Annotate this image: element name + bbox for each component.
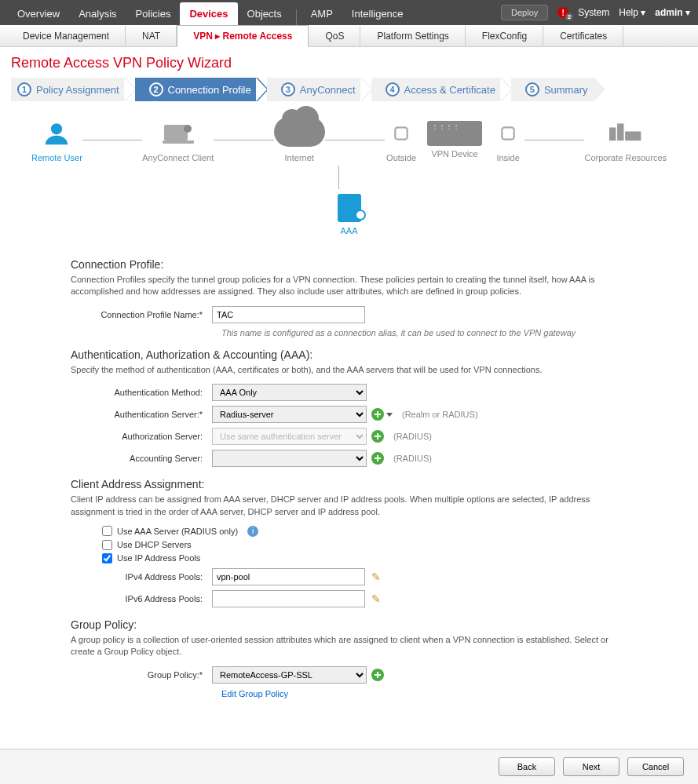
subnav-nat[interactable]: NAT [126,26,177,46]
tab-amp[interactable]: AMP [301,2,342,25]
aaa-heading: Authentication, Authorization & Accounti… [71,348,627,361]
gp-select[interactable]: RemoteAccess-GP-SSL [212,666,367,684]
ipv4-pools-input[interactable] [212,568,365,585]
auth-server-select[interactable]: Radius-server [212,406,367,423]
step-policy-assignment[interactable]: 1Policy Assignment [11,78,126,101]
nav-divider [296,9,297,25]
alert-icon[interactable]: !2 [557,7,568,18]
tab-devices[interactable]: Devices [180,2,237,25]
edit-ipv6-icon[interactable] [371,593,384,605]
auth-server-label: Authentication Server:* [71,410,212,419]
svg-rect-2 [163,140,194,144]
tab-objects[interactable]: Objects [238,2,291,25]
page-title: Remote Access VPN Policy Wizard [0,47,698,78]
step-connection-profile[interactable]: 2Connection Profile [135,78,258,101]
ipv4-pools-label: IPv4 Address Pools: [99,572,212,582]
cb-use-aaa-label: Use AAA Server (RADIUS only) [117,527,238,536]
step-anyconnect[interactable]: 3AnyConnect [267,78,362,101]
system-link[interactable]: System [578,7,609,18]
add-gp-icon[interactable] [371,669,384,681]
sub-nav: Device Management NAT VPN ▸ Remote Acces… [0,25,698,47]
subnav-platform[interactable]: Platform Settings [360,26,465,46]
client-addr-heading: Client Address Assignment: [71,478,627,490]
ipv6-pools-label: IPv6 Address Pools: [99,594,212,603]
add-auth-server-icon[interactable] [371,408,384,421]
node-corp: Corporate Resources [584,117,667,162]
authz-hint: (RADIUS) [393,432,432,441]
wizard-steps: 1Policy Assignment 2Connection Profile 3… [0,78,698,101]
conn-profile-name-input[interactable] [212,306,365,323]
client-addr-desc: Client IP address can be assigned from A… [71,494,627,518]
tab-policies[interactable]: Policies [126,2,181,25]
acct-hint: (RADIUS) [393,454,432,463]
authz-server-label: Authorization Server: [71,432,212,441]
aaa-desc: Specify the method of authentication (AA… [71,364,627,376]
cb-use-dhcp-label: Use DHCP Servers [117,540,192,549]
gp-desc: A group policy is a collection of user-o… [71,634,627,658]
tab-intel[interactable]: Intelligence [342,2,413,25]
user-menu[interactable]: admin ▾ [655,7,690,18]
cb-use-pools[interactable] [102,553,112,563]
node-internet: Internet [274,117,325,162]
cb-use-pools-label: Use IP Address Pools [117,553,200,563]
gp-heading: Group Policy: [71,618,627,631]
node-remote-user: Remote User [31,117,82,162]
top-nav: Overview Analysis Policies Devices Objec… [0,0,698,25]
help-menu[interactable]: Help ▾ [619,7,645,18]
acct-server-select[interactable] [212,450,367,467]
step-summary[interactable]: 5Summary [511,78,594,101]
info-icon[interactable]: i [247,526,258,537]
conn-profile-desc: Connection Profiles specify the tunnel g… [71,274,627,298]
node-vpn-device: VPN Device [427,121,482,159]
conn-profile-name-label: Connection Profile Name:* [71,310,212,319]
gp-label: Group Policy:* [71,670,212,680]
chevron-down-icon[interactable] [386,413,393,417]
node-aaa: AAA [0,189,698,247]
tab-analysis[interactable]: Analysis [69,2,126,25]
conn-profile-hint: This name is configured as a connection … [221,328,627,337]
subnav-device-mgmt[interactable]: Device Management [6,26,126,46]
node-inside: Inside [492,117,524,162]
add-authz-server-icon[interactable] [371,430,384,443]
edit-ipv4-icon[interactable] [371,571,384,583]
acct-server-label: Accounting Server: [71,454,212,463]
auth-server-hint: (Realm or RADIUS) [402,410,478,419]
deploy-button[interactable]: Deploy [501,5,548,20]
topology-diagram: Remote User AnyConnect Client Internet O… [0,101,698,170]
tab-overview[interactable]: Overview [8,2,69,25]
auth-method-label: Authentication Method: [71,388,212,397]
add-acct-server-icon[interactable] [371,452,384,465]
node-anyconnect: AnyConnect Client [142,117,214,162]
svg-rect-4 [395,127,407,139]
subnav-vpn-remote[interactable]: VPN ▸ Remote Access [177,25,309,47]
svg-rect-6 [609,127,616,140]
auth-method-select[interactable]: AAA Only [212,384,367,401]
subnav-certs[interactable]: Certificates [543,26,623,46]
cb-use-aaa[interactable] [102,526,112,536]
subnav-flexconfig[interactable]: FlexConfig [466,26,543,46]
ipv6-pools-input[interactable] [212,590,365,607]
svg-rect-5 [502,127,513,139]
conn-profile-heading: Connection Profile: [71,258,627,271]
subnav-qos[interactable]: QoS [309,26,360,46]
svg-rect-8 [625,131,641,140]
step-access-cert[interactable]: 4Access & Certificate [371,78,502,101]
svg-point-0 [51,123,62,134]
svg-point-3 [184,125,192,133]
edit-gp-link[interactable]: Edit Group Policy [221,689,288,698]
cb-use-dhcp[interactable] [102,540,112,550]
svg-rect-7 [617,123,623,140]
authz-server-select[interactable]: Use same authentication server [212,428,367,445]
node-outside: Outside [385,117,418,162]
